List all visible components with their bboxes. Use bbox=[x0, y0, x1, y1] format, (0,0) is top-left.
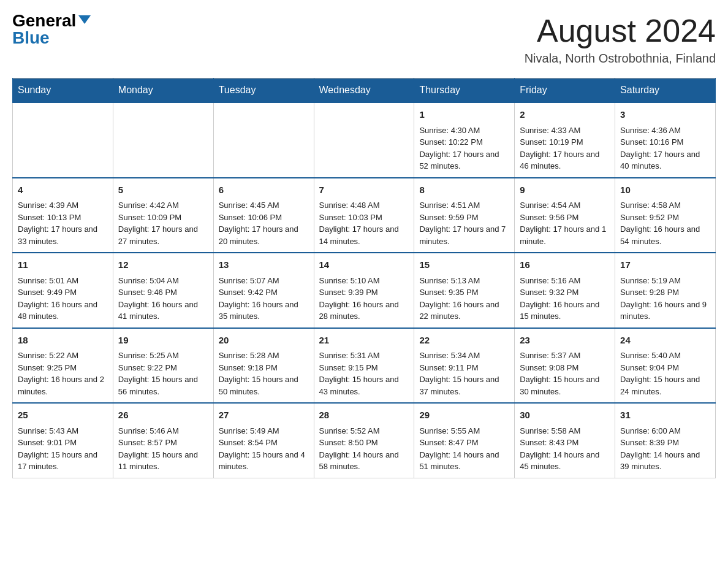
day-info: Daylight: 17 hours and 46 minutes. bbox=[520, 148, 610, 172]
day-info: Sunrise: 5:34 AM bbox=[419, 350, 509, 362]
calendar-cell: 22Sunrise: 5:34 AMSunset: 9:11 PMDayligh… bbox=[414, 328, 515, 404]
calendar-cell: 26Sunrise: 5:46 AMSunset: 8:57 PMDayligh… bbox=[113, 403, 213, 478]
day-number: 15 bbox=[419, 258, 509, 272]
day-info: Sunrise: 5:10 AM bbox=[319, 275, 409, 287]
location-text: Nivala, North Ostrobothnia, Finland bbox=[525, 52, 716, 66]
day-info: Sunrise: 4:30 AM bbox=[419, 124, 509, 137]
calendar-cell: 1Sunrise: 4:30 AMSunset: 10:22 PMDayligh… bbox=[414, 102, 515, 178]
day-info: Sunrise: 5:04 AM bbox=[118, 275, 208, 287]
day-info: Daylight: 15 hours and 43 minutes. bbox=[319, 373, 409, 397]
calendar-cell: 3Sunrise: 4:36 AMSunset: 10:16 PMDayligh… bbox=[615, 102, 716, 178]
day-info: Daylight: 15 hours and 4 minutes. bbox=[219, 449, 309, 473]
day-info: Sunrise: 4:48 AM bbox=[319, 199, 409, 212]
calendar-cell: 18Sunrise: 5:22 AMSunset: 9:25 PMDayligh… bbox=[13, 328, 113, 404]
day-info: Sunset: 9:39 PM bbox=[319, 286, 409, 299]
day-number: 27 bbox=[219, 408, 309, 423]
calendar-cell: 6Sunrise: 4:45 AMSunset: 10:06 PMDayligh… bbox=[213, 178, 314, 253]
calendar-cell: 19Sunrise: 5:25 AMSunset: 9:22 PMDayligh… bbox=[113, 328, 213, 404]
day-info: Daylight: 16 hours and 35 minutes. bbox=[219, 299, 309, 323]
calendar-cell: 31Sunrise: 6:00 AMSunset: 8:39 PMDayligh… bbox=[615, 403, 716, 478]
day-info: Daylight: 15 hours and 24 minutes. bbox=[620, 373, 710, 397]
calendar-cell: 30Sunrise: 5:58 AMSunset: 8:43 PMDayligh… bbox=[515, 403, 615, 478]
day-info: Daylight: 17 hours and 40 minutes. bbox=[620, 148, 710, 172]
col-header-sunday: Sunday bbox=[13, 79, 113, 103]
calendar-cell: 29Sunrise: 5:55 AMSunset: 8:47 PMDayligh… bbox=[414, 403, 515, 478]
day-info: Sunset: 9:28 PM bbox=[620, 286, 710, 299]
calendar-cell: 24Sunrise: 5:40 AMSunset: 9:04 PMDayligh… bbox=[615, 328, 716, 404]
day-number: 9 bbox=[520, 183, 610, 197]
col-header-tuesday: Tuesday bbox=[213, 79, 314, 103]
col-header-thursday: Thursday bbox=[414, 79, 515, 103]
day-info: Sunset: 10:13 PM bbox=[18, 212, 108, 224]
col-header-monday: Monday bbox=[113, 79, 213, 103]
calendar-cell: 10Sunrise: 4:58 AMSunset: 9:52 PMDayligh… bbox=[615, 178, 716, 253]
calendar-cell: 25Sunrise: 5:43 AMSunset: 9:01 PMDayligh… bbox=[13, 403, 113, 478]
day-info: Sunset: 10:19 PM bbox=[520, 136, 610, 148]
calendar-cell: 9Sunrise: 4:54 AMSunset: 9:56 PMDaylight… bbox=[515, 178, 615, 253]
day-info: Sunset: 10:22 PM bbox=[419, 136, 509, 148]
day-info: Sunrise: 5:16 AM bbox=[520, 275, 610, 287]
day-info: Sunrise: 5:13 AM bbox=[419, 275, 509, 287]
day-info: Daylight: 15 hours and 56 minutes. bbox=[118, 373, 208, 397]
calendar-cell: 28Sunrise: 5:52 AMSunset: 8:50 PMDayligh… bbox=[314, 403, 414, 478]
calendar-cell: 23Sunrise: 5:37 AMSunset: 9:08 PMDayligh… bbox=[515, 328, 615, 404]
calendar-cell: 8Sunrise: 4:51 AMSunset: 9:59 PMDaylight… bbox=[414, 178, 515, 253]
calendar-cell bbox=[314, 102, 414, 178]
day-info: Daylight: 17 hours and 1 minute. bbox=[520, 223, 610, 247]
day-info: Sunrise: 6:00 AM bbox=[620, 425, 710, 437]
day-info: Daylight: 15 hours and 11 minutes. bbox=[118, 449, 208, 473]
day-info: Daylight: 15 hours and 17 minutes. bbox=[18, 449, 108, 473]
calendar-cell: 13Sunrise: 5:07 AMSunset: 9:42 PMDayligh… bbox=[213, 253, 314, 328]
day-info: Sunrise: 4:39 AM bbox=[18, 199, 108, 212]
day-info: Sunset: 8:54 PM bbox=[219, 437, 309, 449]
day-info: Sunrise: 5:52 AM bbox=[319, 425, 409, 437]
day-number: 17 bbox=[620, 258, 710, 272]
day-info: Daylight: 14 hours and 58 minutes. bbox=[319, 449, 409, 473]
day-info: Daylight: 16 hours and 22 minutes. bbox=[419, 299, 509, 323]
day-info: Sunrise: 4:54 AM bbox=[520, 199, 610, 212]
day-info: Sunrise: 5:37 AM bbox=[520, 350, 610, 362]
day-number: 31 bbox=[620, 408, 710, 423]
day-info: Sunrise: 5:25 AM bbox=[118, 350, 208, 362]
calendar-cell bbox=[13, 102, 113, 178]
day-info: Daylight: 14 hours and 51 minutes. bbox=[419, 449, 509, 473]
calendar-cell: 20Sunrise: 5:28 AMSunset: 9:18 PMDayligh… bbox=[213, 328, 314, 404]
day-info: Daylight: 16 hours and 41 minutes. bbox=[118, 299, 208, 323]
day-number: 18 bbox=[18, 334, 108, 348]
day-number: 28 bbox=[319, 408, 409, 423]
calendar-week-row: 4Sunrise: 4:39 AMSunset: 10:13 PMDayligh… bbox=[13, 178, 716, 253]
day-number: 25 bbox=[18, 408, 108, 423]
day-info: Sunset: 9:46 PM bbox=[118, 286, 208, 299]
day-info: Daylight: 17 hours and 27 minutes. bbox=[118, 223, 208, 247]
day-number: 26 bbox=[118, 408, 208, 423]
day-info: Sunrise: 4:51 AM bbox=[419, 199, 509, 212]
day-number: 8 bbox=[419, 183, 509, 197]
day-info: Sunrise: 5:55 AM bbox=[419, 425, 509, 437]
day-info: Daylight: 14 hours and 45 minutes. bbox=[520, 449, 610, 473]
day-info: Daylight: 17 hours and 7 minutes. bbox=[419, 223, 509, 247]
day-info: Sunset: 9:08 PM bbox=[520, 362, 610, 374]
page-header: General Blue August 2024 Nivala, North O… bbox=[12, 12, 716, 66]
day-number: 13 bbox=[219, 258, 309, 272]
day-number: 10 bbox=[620, 183, 710, 197]
day-info: Daylight: 17 hours and 52 minutes. bbox=[419, 148, 509, 172]
col-header-wednesday: Wednesday bbox=[314, 79, 414, 103]
day-info: Sunrise: 5:31 AM bbox=[319, 350, 409, 362]
col-header-saturday: Saturday bbox=[615, 79, 716, 103]
day-info: Sunset: 9:01 PM bbox=[18, 437, 108, 449]
day-info: Sunset: 8:47 PM bbox=[419, 437, 509, 449]
calendar-cell bbox=[113, 102, 213, 178]
calendar-cell: 4Sunrise: 4:39 AMSunset: 10:13 PMDayligh… bbox=[13, 178, 113, 253]
day-info: Daylight: 17 hours and 20 minutes. bbox=[219, 223, 309, 247]
day-info: Sunset: 9:25 PM bbox=[18, 362, 108, 374]
logo: General Blue bbox=[12, 12, 91, 47]
day-info: Sunset: 10:03 PM bbox=[319, 212, 409, 224]
day-info: Sunset: 9:56 PM bbox=[520, 212, 610, 224]
logo-triangle-icon bbox=[78, 15, 91, 24]
day-info: Daylight: 17 hours and 14 minutes. bbox=[319, 223, 409, 247]
day-info: Sunrise: 5:28 AM bbox=[219, 350, 309, 362]
day-info: Sunrise: 5:19 AM bbox=[620, 275, 710, 287]
day-info: Sunset: 9:22 PM bbox=[118, 362, 208, 374]
day-info: Daylight: 16 hours and 54 minutes. bbox=[620, 223, 710, 247]
day-info: Sunrise: 5:46 AM bbox=[118, 425, 208, 437]
